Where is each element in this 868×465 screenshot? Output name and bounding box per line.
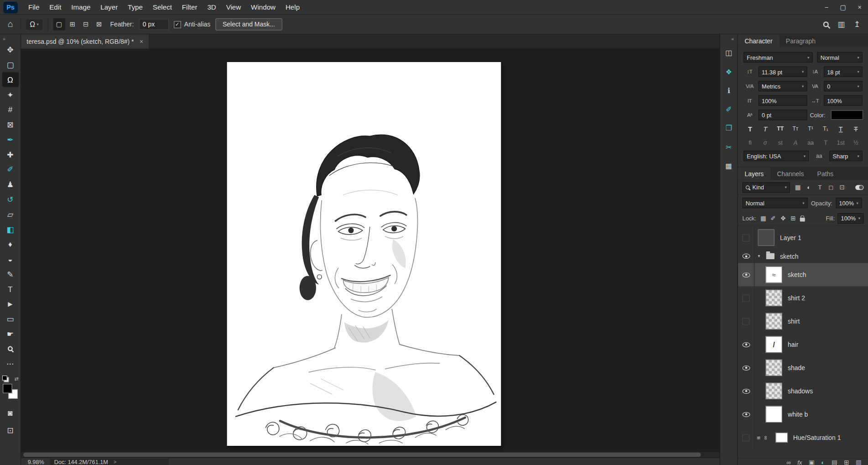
visibility-toggle[interactable] bbox=[738, 263, 754, 287]
fill-input[interactable]: 100%▾ bbox=[837, 213, 863, 224]
anti-aliasing-select[interactable]: Sharp▾ bbox=[829, 151, 863, 161]
swap-colors-icon[interactable]: ⇄ bbox=[14, 376, 18, 381]
visibility-toggle[interactable] bbox=[738, 226, 754, 249]
superscript-button[interactable]: T¹ bbox=[805, 124, 817, 134]
active-tool-preview[interactable]: Ω ▾ bbox=[26, 19, 43, 30]
menu-filter[interactable]: Filter bbox=[177, 0, 203, 15]
group-caret-icon[interactable]: ▾ bbox=[758, 254, 765, 259]
new-layer-icon[interactable]: ⊞ bbox=[844, 459, 849, 465]
baseline-shift-input[interactable]: 0 pt bbox=[759, 110, 807, 120]
edit-toolbar-icon[interactable]: ⋯ bbox=[2, 356, 18, 371]
leading-select[interactable]: 18 pt▾ bbox=[824, 67, 863, 77]
filter-type-layers-icon[interactable]: T bbox=[815, 182, 825, 192]
layer-row-hair[interactable]: ≡ ∞ / hair bbox=[738, 333, 868, 356]
titling-alternates-button[interactable]: T bbox=[820, 137, 832, 147]
lock-transparent-pixels-icon[interactable]: ▦ bbox=[759, 214, 767, 222]
fractions-button[interactable]: ½ bbox=[850, 137, 862, 147]
visibility-toggle[interactable] bbox=[738, 286, 754, 309]
filtering-toggle[interactable] bbox=[855, 185, 863, 190]
photoshop-logo[interactable]: Ps bbox=[3, 1, 18, 13]
stylistic-alternates-button[interactable]: aa bbox=[805, 137, 817, 147]
zoom-level[interactable]: 9.98% bbox=[28, 458, 44, 465]
layer-thumbnail[interactable] bbox=[766, 383, 782, 399]
menu-window[interactable]: Window bbox=[246, 0, 281, 15]
filter-shape-layers-icon[interactable]: ◻ bbox=[826, 182, 836, 192]
layer-row-layer-1[interactable]: ≡ ∞ Layer 1 bbox=[738, 226, 868, 249]
close-tab-icon[interactable]: × bbox=[140, 38, 144, 46]
add-to-selection-icon[interactable]: ⊞ bbox=[67, 18, 79, 31]
standard-ligatures-button[interactable]: fi bbox=[744, 137, 756, 147]
filter-kind-select[interactable]: Kind ▾ bbox=[743, 182, 790, 193]
visibility-toggle[interactable] bbox=[738, 402, 754, 426]
anti-alias-option[interactable]: ✓ Anti-alias bbox=[174, 21, 210, 28]
tracking-select[interactable]: 0▾ bbox=[824, 81, 863, 91]
layer-name[interactable]: Layer 1 bbox=[780, 234, 801, 241]
text-color-swatch[interactable] bbox=[832, 111, 863, 119]
layer-row-hue-saturation-1[interactable]: ≡ ∞ Hue/Saturation 1 bbox=[738, 426, 868, 449]
eyedropper-tool[interactable]: ✒ bbox=[2, 132, 18, 147]
collapse-toolbar-icon[interactable]: » bbox=[0, 35, 8, 42]
discretionary-ligatures-button[interactable]: st bbox=[774, 137, 786, 147]
layer-thumbnail[interactable]: ≈ bbox=[766, 266, 782, 283]
layer-effects-icon[interactable]: fx bbox=[797, 459, 802, 465]
frame-tool[interactable]: ⊠ bbox=[2, 117, 18, 132]
kerning-select[interactable]: Metrics▾ bbox=[759, 81, 807, 91]
workspace-icon[interactable]: ▥ bbox=[837, 20, 845, 29]
lock-image-pixels-icon[interactable]: ✐ bbox=[769, 214, 777, 222]
visibility-toggle[interactable] bbox=[738, 379, 754, 402]
lock-artboard-icon[interactable]: ⊞ bbox=[789, 214, 797, 222]
layer-thumbnail[interactable] bbox=[775, 433, 788, 443]
layer-row-sketch-group[interactable]: ▾ ≡ ∞ sketch bbox=[738, 249, 868, 263]
visibility-toggle[interactable] bbox=[738, 249, 754, 263]
new-selection-icon[interactable]: ▢ bbox=[53, 18, 65, 31]
type-tool[interactable]: T bbox=[2, 282, 18, 297]
expand-panels-icon[interactable]: « bbox=[731, 36, 737, 42]
visibility-toggle[interactable] bbox=[738, 333, 754, 356]
font-family-select[interactable]: Freshman▾ bbox=[743, 52, 813, 63]
strikethrough-button[interactable]: T bbox=[850, 124, 862, 134]
crop-tool[interactable]: # bbox=[2, 102, 18, 117]
history-brush-tool[interactable]: ↺ bbox=[2, 192, 18, 207]
layer-thumbnail[interactable] bbox=[766, 313, 782, 329]
feather-input[interactable]: 0 px bbox=[139, 19, 169, 30]
blend-mode-select[interactable]: Normal▾ bbox=[743, 198, 808, 208]
layer-name[interactable]: shirt bbox=[788, 318, 800, 325]
anti-alias-checkbox[interactable]: ✓ bbox=[174, 21, 181, 28]
document-tab[interactable]: teresa.psd @ 10% (sketch, RGB/8#) * × bbox=[21, 34, 149, 49]
info-panel-icon[interactable]: ℹ bbox=[722, 84, 736, 97]
eraser-tool[interactable]: ▱ bbox=[2, 207, 18, 222]
all-caps-button[interactable]: TT bbox=[774, 124, 786, 134]
path-selection-tool[interactable]: ► bbox=[2, 296, 18, 311]
layer-thumbnail[interactable] bbox=[758, 229, 774, 246]
layer-thumbnail[interactable] bbox=[766, 290, 782, 306]
brush-settings-panel-icon[interactable]: ✐ bbox=[722, 103, 736, 116]
lock-position-icon[interactable]: ✥ bbox=[779, 214, 787, 222]
intersect-selection-icon[interactable]: ⊠ bbox=[93, 18, 105, 31]
layer-row-shirt-2[interactable]: ≡ ∞ shirt 2 bbox=[738, 286, 868, 309]
add-layer-mask-icon[interactable]: ▣ bbox=[809, 459, 815, 465]
zoom-tool[interactable] bbox=[2, 341, 18, 356]
faux-bold-button[interactable]: T bbox=[744, 124, 756, 134]
contextual-alternates-button[interactable]: σ bbox=[759, 137, 771, 147]
font-style-select[interactable]: Normal▾ bbox=[817, 52, 863, 63]
menu-edit[interactable]: Edit bbox=[44, 0, 66, 15]
hand-tool[interactable]: ☛ bbox=[2, 326, 18, 341]
subtract-from-selection-icon[interactable]: ⊟ bbox=[80, 18, 92, 31]
tab-channels[interactable]: Channels bbox=[770, 167, 811, 180]
visibility-toggle[interactable] bbox=[738, 309, 754, 333]
font-size-select[interactable]: 11.38 pt▾ bbox=[759, 67, 807, 77]
scrollbar-thumb[interactable] bbox=[23, 453, 701, 457]
default-colors-icon[interactable] bbox=[2, 376, 9, 382]
filter-smart-objects-icon[interactable]: ⊡ bbox=[837, 182, 847, 192]
move-tool[interactable]: ✥ bbox=[2, 42, 18, 57]
foreground-color-swatch[interactable] bbox=[3, 384, 12, 393]
layer-name[interactable]: sketch bbox=[780, 253, 798, 260]
lasso-tool[interactable]: Ω bbox=[2, 72, 18, 87]
new-adjustment-layer-icon[interactable]: ◐ bbox=[821, 459, 825, 465]
share-icon[interactable]: ↥ bbox=[854, 20, 860, 29]
layer-thumbnail[interactable] bbox=[766, 360, 782, 376]
faux-italic-button[interactable]: T bbox=[759, 124, 771, 134]
layer-name[interactable]: shirt 2 bbox=[788, 295, 805, 302]
opacity-input[interactable]: 100%▾ bbox=[836, 198, 862, 208]
pen-tool[interactable]: ✎ bbox=[2, 266, 18, 282]
